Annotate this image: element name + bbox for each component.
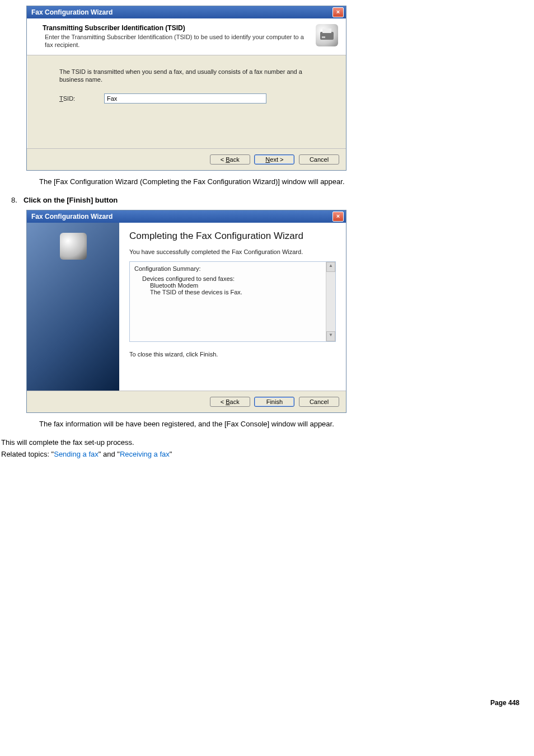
wizard-complete: Fax Configuration Wizard × Completing th… (26, 210, 346, 413)
cancel-button[interactable]: Cancel (299, 397, 339, 407)
scroll-up-icon[interactable]: ▲ (326, 262, 335, 272)
scroll-down-icon[interactable]: ▼ (326, 331, 335, 341)
tsid-label: TSID: (59, 95, 104, 102)
window-title: Fax Configuration Wizard (31, 213, 332, 220)
link-receiving-fax[interactable]: Receiving a fax (120, 450, 170, 458)
step-number: 8. (11, 196, 24, 204)
fax-icon (60, 233, 87, 260)
link-sending-fax[interactable]: Sending a fax (54, 450, 99, 458)
wizard-side-banner (27, 223, 119, 391)
summary-line: The TSID of these devices is Fax. (134, 289, 331, 295)
scrollbar[interactable]: ▲ ▼ (326, 262, 335, 341)
body-description: The TSID is transmitted when you send a … (59, 68, 324, 84)
wizard-tsid: Fax Configuration Wizard × Transmitting … (26, 6, 346, 171)
header-title: Transmitting Subscriber Identification (… (43, 24, 311, 32)
next-button[interactable]: Next > (254, 154, 294, 165)
cancel-button[interactable]: Cancel (299, 154, 339, 165)
post-wizard2-text: The fax information will be have been re… (39, 420, 534, 428)
close-instruction: To close this wizard, click Finish. (129, 351, 336, 358)
wizard-button-row: < Back Next > Cancel (27, 148, 346, 170)
tsid-input[interactable] (104, 93, 266, 104)
finish-button[interactable]: Finish (254, 397, 294, 407)
wizard-button-row: < Back Finish Cancel (27, 391, 346, 412)
step-8: 8. Click on the [Finish] button (11, 196, 534, 204)
closing-text: This will complete the fax set-up proces… (1, 438, 534, 447)
back-button[interactable]: < Back (210, 154, 250, 165)
summary-box: Configuration Summary: Devices configure… (129, 261, 336, 342)
back-button[interactable]: < Back (210, 397, 250, 407)
summary-line: Devices configured to send faxes: (134, 275, 331, 282)
svg-rect-1 (322, 29, 331, 33)
step-instruction: Click on the [Finish] button (24, 196, 118, 204)
svg-rect-0 (320, 32, 334, 40)
completion-title: Completing the Fax Configuration Wizard (129, 231, 336, 242)
page-footer: Page 448 (0, 699, 534, 707)
close-icon[interactable]: × (332, 7, 344, 17)
titlebar: Fax Configuration Wizard × (27, 210, 346, 223)
fax-icon (316, 24, 338, 46)
window-title: Fax Configuration Wizard (31, 8, 332, 16)
titlebar: Fax Configuration Wizard × (27, 6, 346, 18)
related-topics: Related topics: "Sending a fax" and "Rec… (1, 450, 534, 458)
summary-line: Bluetooth Modem (134, 282, 331, 289)
close-icon[interactable]: × (332, 212, 344, 222)
header-description: Enter the Transmitting Subscriber Identi… (43, 33, 311, 49)
completion-subtext: You have successfully completed the Fax … (129, 248, 336, 256)
post-wizard1-text: The [Fax Configuration Wizard (Completin… (39, 177, 534, 186)
wizard-header: Transmitting Subscriber Identification (… (27, 18, 346, 55)
svg-rect-2 (322, 36, 325, 38)
summary-heading: Configuration Summary: (134, 265, 331, 272)
